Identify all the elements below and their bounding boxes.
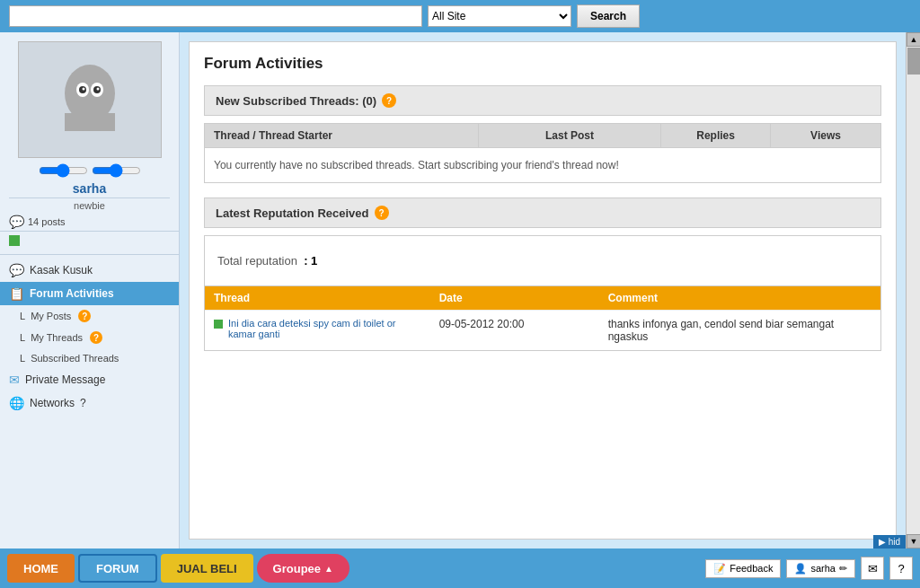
scroll-thumb[interactable] (907, 48, 920, 75)
reputation-heading: Latest Reputation Received (216, 206, 369, 220)
main-content: Forum Activities New Subscribed Threads:… (189, 41, 897, 540)
status-dot (9, 235, 20, 246)
col-thread-starter: Thread / Thread Starter (205, 124, 479, 147)
list-icon: 📋 (9, 286, 24, 301)
indent-indicator-2: L (20, 332, 25, 343)
my-threads-badge: ? (90, 331, 102, 344)
scrollbar[interactable]: ▲ ▼ (906, 32, 920, 549)
avatar-image (54, 59, 126, 140)
my-threads-label: My Threads (31, 332, 83, 343)
reputation-table: Total reputation : 1 Thread Date Comment… (204, 235, 881, 351)
rep-thread-link[interactable]: Ini dia cara deteksi spy cam di toilet o… (228, 318, 421, 339)
feedback-label: Feedback (730, 563, 773, 574)
chat-bubble-icon: 💬 (9, 263, 24, 277)
site-filter-dropdown[interactable]: All Site Forums Posts Users (428, 5, 571, 27)
search-input[interactable] (9, 5, 422, 27)
groupee-button[interactable]: Groupee ▲ (257, 554, 349, 583)
sidebar-item-subscribed-threads[interactable]: L Subscribed Threads (0, 348, 179, 368)
page-title: Forum Activities (204, 55, 881, 73)
networks-label: Networks (30, 397, 75, 409)
chat-icon: 💬 (9, 215, 24, 229)
networks-badge: ? (80, 397, 86, 409)
sidebar-menu: 💬 Kasak Kusuk 📋 Forum Activities L My Po… (0, 255, 179, 418)
col-replies: Replies (661, 124, 771, 147)
my-posts-badge: ? (78, 310, 91, 322)
rep-date-cell: 09-05-2012 20:00 (430, 311, 599, 350)
forum-activities-label: Forum Activities (30, 287, 114, 300)
bottom-right-area: 📝 Feedback 👤 sarha ✏ ✉ ? (705, 557, 913, 580)
scroll-track (907, 47, 920, 534)
sidebar-item-networks[interactable]: 🌐 Networks ? (0, 391, 179, 415)
groupee-arrow-icon: ▲ (324, 564, 333, 574)
subscribed-threads-label: Subscribed Threads (31, 353, 119, 364)
user-info-bar: 👤 sarha ✏ (786, 559, 855, 578)
hide-button[interactable]: ▶ hid (873, 535, 906, 549)
avatar-controls (0, 167, 179, 174)
col-last-post: Last Post (479, 124, 661, 147)
reputation-section-header: Latest Reputation Received ? (204, 197, 881, 228)
subscribed-table-header: Thread / Thread Starter Last Post Replie… (204, 123, 881, 147)
sidebar-item-forum-activities[interactable]: 📋 Forum Activities (0, 282, 179, 305)
help-icon-button[interactable]: ? (889, 557, 913, 580)
sidebar-item-my-threads[interactable]: L My Threads ? (0, 327, 179, 348)
avatar-slider-1[interactable] (39, 167, 88, 174)
username-display: sarha (9, 178, 170, 198)
subscribed-heading: New Subscribed Threads: (0) (216, 94, 376, 108)
private-message-label: Private Message (25, 373, 105, 386)
home-button[interactable]: HOME (7, 554, 75, 583)
user-posts: 💬 14 posts (0, 213, 179, 232)
sidebar-item-kasak-kusuk[interactable]: 💬 Kasak Kusuk (0, 259, 179, 282)
globe-icon: 🌐 (9, 396, 24, 410)
user-status (0, 232, 179, 255)
groupee-label: Groupee (273, 562, 321, 575)
feedback-icon: 📝 (713, 563, 726, 575)
kasak-kusuk-label: Kasak Kusuk (30, 264, 93, 276)
green-dot-icon (214, 320, 223, 329)
forum-button[interactable]: FORUM (78, 554, 157, 583)
user-avatar-icon: 👤 (794, 563, 807, 575)
svg-point-8 (96, 88, 99, 91)
envelope-icon: ✉ (9, 373, 20, 387)
feedback-button[interactable]: 📝 Feedback (705, 559, 781, 578)
rep-table-row: Ini dia cara deteksi spy cam di toilet o… (205, 310, 880, 350)
user-edit-icon: ✏ (839, 563, 847, 575)
rep-thread-cell: Ini dia cara deteksi spy cam di toilet o… (205, 311, 430, 350)
scroll-up-button[interactable]: ▲ (907, 32, 920, 47)
rep-total-label: Total reputation (217, 254, 297, 268)
sidebar: sarha newbie 💬 14 posts 💬 Kasak Kusuk 📋 … (0, 32, 180, 549)
subscribed-help-icon[interactable]: ? (382, 93, 396, 108)
avatar-slider-2[interactable] (92, 167, 141, 174)
svg-point-7 (82, 88, 84, 91)
search-button[interactable]: Search (577, 4, 640, 28)
rep-total-row: Total reputation : 1 (205, 236, 880, 286)
my-posts-label: My Posts (31, 311, 71, 321)
indent-indicator-3: L (20, 353, 25, 364)
sidebar-item-my-posts[interactable]: L My Posts ? (0, 305, 179, 327)
avatar (18, 41, 162, 158)
rep-col-comment: Comment (599, 286, 880, 310)
indent-indicator: L (20, 311, 25, 321)
subscribed-empty-message: You currently have no subscribed threads… (204, 147, 881, 183)
user-rank: newbie (0, 198, 179, 213)
bottom-nav-bar: HOME FORUM JUAL BELI Groupee ▲ 📝 Feedbac… (0, 549, 920, 588)
sidebar-item-private-message[interactable]: ✉ Private Message (0, 368, 179, 391)
mail-icon-button[interactable]: ✉ (861, 557, 884, 580)
reputation-help-icon[interactable]: ? (375, 206, 389, 220)
top-search-bar: All Site Forums Posts Users Search (0, 0, 920, 32)
rep-comment-cell: thanks infonya gan, cendol send biar sem… (599, 311, 880, 350)
jual-beli-button[interactable]: JUAL BELI (161, 554, 253, 583)
scroll-down-button[interactable]: ▼ (907, 534, 920, 549)
bottom-username: sarha (810, 563, 836, 574)
rep-col-thread: Thread (205, 286, 430, 310)
col-views: Views (771, 124, 880, 147)
posts-count: 14 posts (28, 216, 66, 227)
subscribed-section-header: New Subscribed Threads: (0) ? (204, 85, 881, 116)
rep-table-header: Thread Date Comment (205, 286, 880, 310)
rep-total-value: : 1 (301, 254, 318, 268)
rep-col-date: Date (430, 286, 599, 310)
